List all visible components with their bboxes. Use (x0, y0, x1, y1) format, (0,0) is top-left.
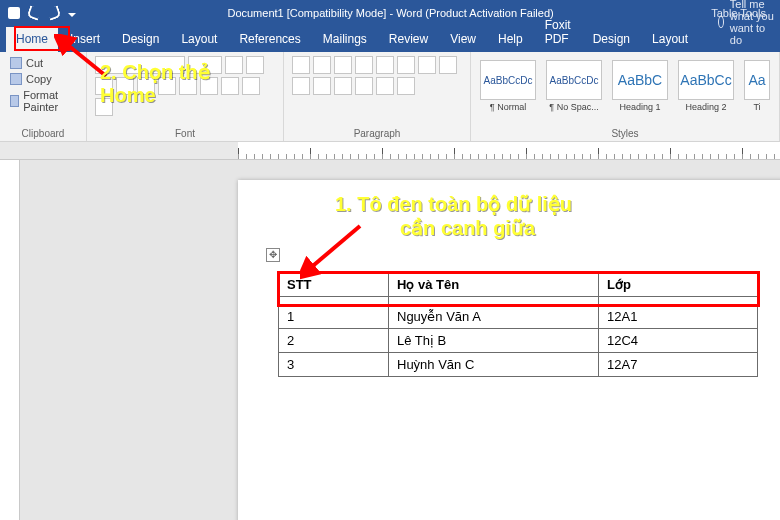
style-no-spacing[interactable]: AaBbCcDc ¶ No Spac... (545, 60, 603, 112)
title-bar: Document1 [Compatibility Mode] - Word (P… (0, 0, 780, 26)
group-styles: AaBbCcDc ¶ Normal AaBbCcDc ¶ No Spac... … (471, 52, 780, 141)
group-label-paragraph: Paragraph (292, 126, 462, 139)
quick-access-toolbar (0, 7, 84, 19)
align-right-button[interactable] (313, 77, 331, 95)
page: ✥ STT Họ và Tên Lớp 1 Nguyễn Văn A 12A1 (238, 180, 780, 520)
tab-view[interactable]: View (440, 27, 486, 52)
group-label-clipboard: Clipboard (8, 126, 78, 139)
superscript-button[interactable] (200, 77, 218, 95)
tab-review[interactable]: Review (379, 27, 438, 52)
window-title: Document1 [Compatibility Mode] - Word (P… (84, 7, 697, 19)
tell-me-placeholder: Tell me what you want to do (730, 0, 780, 46)
font-color-button[interactable] (95, 98, 113, 116)
style-heading2[interactable]: AaBbCc Heading 2 (677, 60, 735, 112)
strike-button[interactable] (158, 77, 176, 95)
justify-button[interactable] (334, 77, 352, 95)
table-row[interactable]: 3 Huỳnh Văn C 12A7 (279, 353, 758, 377)
italic-button[interactable] (116, 77, 134, 95)
header-class[interactable]: Lớp (599, 273, 758, 297)
shading-button[interactable] (376, 77, 394, 95)
increase-indent-button[interactable] (376, 56, 394, 74)
copy-icon (10, 73, 22, 85)
align-center-button[interactable] (292, 77, 310, 95)
cut-button[interactable]: Cut (8, 56, 78, 70)
redo-icon[interactable] (46, 5, 61, 20)
style-title[interactable]: Aa Ti (743, 60, 771, 112)
header-name[interactable]: Họ và Tên (389, 273, 599, 297)
ruler-horizontal[interactable] (0, 142, 780, 160)
group-label-styles: Styles (479, 126, 771, 139)
header-stt[interactable]: STT (279, 273, 389, 297)
tab-mailings[interactable]: Mailings (313, 27, 377, 52)
qat-dropdown-icon[interactable] (68, 13, 76, 17)
group-paragraph: Paragraph (284, 52, 471, 141)
line-spacing-button[interactable] (355, 77, 373, 95)
format-painter-button[interactable]: Format Painter (8, 88, 78, 114)
group-clipboard: Cut Copy Format Painter Clipboard (0, 52, 87, 141)
font-size-dropdown[interactable] (188, 56, 222, 74)
align-left-button[interactable] (439, 56, 457, 74)
scissors-icon (10, 57, 22, 69)
ruler-vertical[interactable] (0, 160, 20, 520)
subscript-button[interactable] (179, 77, 197, 95)
tab-home[interactable]: Home (6, 27, 58, 52)
tab-references[interactable]: References (229, 27, 310, 52)
table-row[interactable]: 2 Lê Thị B 12C4 (279, 329, 758, 353)
data-table[interactable]: STT Họ và Tên Lớp 1 Nguyễn Văn A 12A1 2 … (278, 272, 758, 377)
group-label-font: Font (95, 126, 275, 139)
sort-button[interactable] (397, 56, 415, 74)
table-subheader-row[interactable] (279, 297, 758, 305)
group-font: Font (87, 52, 284, 141)
decrease-indent-button[interactable] (355, 56, 373, 74)
tab-table-design[interactable]: Design (583, 27, 640, 52)
underline-button[interactable] (137, 77, 155, 95)
borders-button[interactable] (397, 77, 415, 95)
shrink-font-button[interactable] (246, 56, 264, 74)
tell-me-search[interactable]: Tell me what you want to do (718, 0, 780, 52)
grow-font-button[interactable] (225, 56, 243, 74)
table-row[interactable]: 1 Nguyễn Văn A 12A1 (279, 305, 758, 329)
table-header-row[interactable]: STT Họ và Tên Lớp (279, 273, 758, 297)
style-normal[interactable]: AaBbCcDc ¶ Normal (479, 60, 537, 112)
tab-design[interactable]: Design (112, 27, 169, 52)
text-effects-button[interactable] (221, 77, 239, 95)
paintbrush-icon (10, 95, 19, 107)
font-family-dropdown[interactable] (95, 56, 185, 74)
numbering-button[interactable] (313, 56, 331, 74)
ribbon-tabs: Home Insert Design Layout References Mai… (0, 26, 780, 52)
table-move-handle[interactable]: ✥ (266, 248, 280, 262)
save-icon[interactable] (8, 7, 20, 19)
tab-foxit-pdf[interactable]: Foxit PDF (535, 13, 581, 52)
bold-button[interactable] (95, 77, 113, 95)
tab-help[interactable]: Help (488, 27, 533, 52)
ribbon: Cut Copy Format Painter Clipboard Font (0, 52, 780, 142)
undo-icon[interactable] (26, 5, 41, 20)
style-heading1[interactable]: AaBbC Heading 1 (611, 60, 669, 112)
document-canvas[interactable]: ✥ STT Họ và Tên Lớp 1 Nguyễn Văn A 12A1 (20, 160, 780, 520)
highlight-button[interactable] (242, 77, 260, 95)
copy-button[interactable]: Copy (8, 72, 78, 86)
tab-layout[interactable]: Layout (171, 27, 227, 52)
tab-insert[interactable]: Insert (60, 27, 110, 52)
bullets-button[interactable] (292, 56, 310, 74)
lightbulb-icon (718, 16, 724, 28)
tab-table-layout[interactable]: Layout (642, 27, 698, 52)
multilevel-button[interactable] (334, 56, 352, 74)
show-marks-button[interactable] (418, 56, 436, 74)
